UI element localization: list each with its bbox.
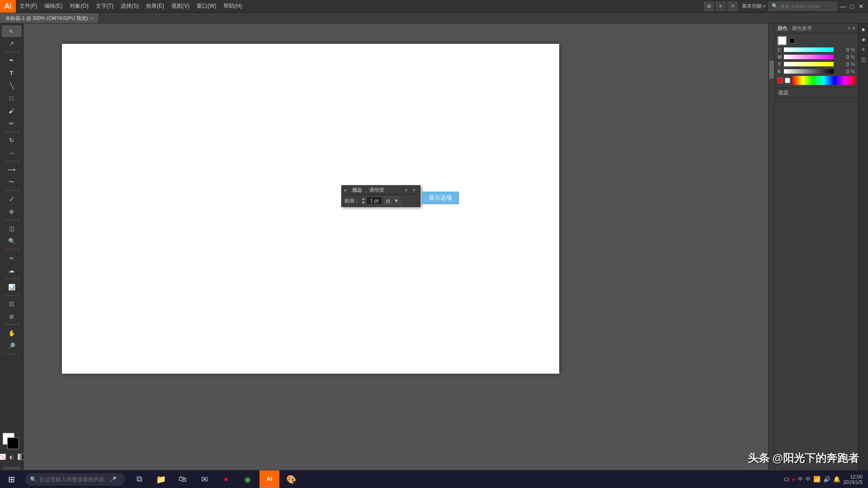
tray-network[interactable]: 📶 xyxy=(813,476,821,483)
taskbar-illustrator[interactable]: Ai xyxy=(259,470,279,488)
tray-volume[interactable]: 🔊 xyxy=(823,476,830,483)
free-transform-tool[interactable]: ⤢ xyxy=(2,193,22,205)
none-swatch[interactable] xyxy=(0,454,6,460)
unit-label: pt xyxy=(386,198,390,203)
menu-select[interactable]: 选择(S) xyxy=(117,0,142,12)
menu-view[interactable]: 视图(V) xyxy=(168,0,193,12)
color-panel-close[interactable]: ✕ xyxy=(852,26,855,31)
share-icon[interactable]: ⇗ xyxy=(727,2,737,11)
k-label: K xyxy=(778,69,782,74)
tray-app1[interactable]: ● xyxy=(792,476,795,483)
y-slider-row: Y 0 % xyxy=(778,61,855,67)
taskbar-search-input[interactable] xyxy=(39,476,107,483)
panel-close-icon[interactable]: ✕ xyxy=(411,187,417,193)
toolbar-icons: ⊞ ≡ ⇗ xyxy=(704,2,737,11)
paintbrush-tool[interactable]: 🖌 xyxy=(2,105,22,117)
rect-tool[interactable]: □ xyxy=(2,92,22,104)
document-tab[interactable]: 未标题-1 @ 300% (CMYK/GPU 预览) × xyxy=(0,13,99,23)
pencil-tool[interactable]: ✏ xyxy=(2,117,22,129)
rotate-tool[interactable]: ↻ xyxy=(2,134,22,146)
menu-text[interactable]: 文字(T) xyxy=(92,0,117,12)
close-button[interactable]: ✕ xyxy=(858,3,864,9)
transparency-icon[interactable]: ◫ xyxy=(859,55,868,63)
menu-edit[interactable]: 编辑(E) xyxy=(41,0,66,12)
weight-down-arrow[interactable]: ▼ xyxy=(361,201,366,204)
panel-menu-icon[interactable]: ≡ xyxy=(403,187,410,193)
artboard-tool[interactable]: ⊡ xyxy=(2,298,22,310)
menu-effect[interactable]: 效果(E) xyxy=(142,0,168,12)
vertical-scrollbar[interactable] xyxy=(768,23,774,477)
color-spectrum[interactable] xyxy=(792,76,855,85)
menu-window[interactable]: 窗口(W) xyxy=(193,0,220,12)
menu-object[interactable]: 对象(O) xyxy=(66,0,92,12)
direct-selection-tool[interactable]: ↗ xyxy=(2,38,22,49)
zoom-tool[interactable]: 🔎 xyxy=(2,340,22,352)
taskbar-mail[interactable]: ✉ xyxy=(194,470,214,488)
c-slider[interactable] xyxy=(784,47,834,52)
minimize-button[interactable]: — xyxy=(840,3,846,9)
start-button[interactable]: ⊞ xyxy=(0,470,23,488)
m-slider[interactable] xyxy=(784,55,834,59)
workspace-label[interactable]: 基本功能 » xyxy=(742,3,766,9)
symbol-sprayer-tool[interactable]: ☁ xyxy=(2,264,22,276)
restore-button[interactable]: □ xyxy=(849,3,855,9)
stroke-tab[interactable]: 描边 xyxy=(350,186,364,194)
tray-lang[interactable]: 中 xyxy=(798,476,803,483)
gradient-tool[interactable]: ◫ xyxy=(2,222,22,234)
layers-tab[interactable]: 图层 xyxy=(778,89,788,96)
tab-close-button[interactable]: × xyxy=(90,16,93,21)
warp-tool[interactable]: 〜 xyxy=(2,176,22,188)
color-mode-btn[interactable]: ◐ xyxy=(9,454,15,460)
eyedropper-tool[interactable]: 🔍 xyxy=(2,235,22,247)
line-tool[interactable]: ╲ xyxy=(2,80,22,91)
color-preview-white[interactable] xyxy=(778,36,787,45)
color-swatches: ◐ xyxy=(0,433,24,460)
tray-lang2[interactable]: 中 xyxy=(806,476,811,483)
stroke-panel-collapse[interactable]: ▸ xyxy=(344,188,347,192)
transparency-tab[interactable]: 透明度 xyxy=(368,186,386,194)
color-panel-menu[interactable]: ≡ xyxy=(848,26,850,31)
y-slider[interactable] xyxy=(784,62,834,66)
weight-value-input[interactable] xyxy=(366,197,382,205)
dropdown-arrow: ▼ xyxy=(394,198,399,203)
selection-tool[interactable]: ↖ xyxy=(2,25,22,37)
tray-notification[interactable]: 🔔 xyxy=(833,476,840,483)
slice-tool[interactable]: ⊘ xyxy=(2,310,22,322)
taskbar-explorer[interactable]: 📁 xyxy=(151,470,171,488)
color-panel-tab[interactable]: 颜色 xyxy=(778,25,788,32)
color-ref-panel-tab[interactable]: 颜色参考 xyxy=(792,25,812,32)
column-graph-tool[interactable]: 📊 xyxy=(2,281,22,293)
taskbar-browser[interactable]: ◉ xyxy=(238,470,258,488)
pen-tool[interactable]: ✒ xyxy=(2,54,22,66)
shape-builder-tool[interactable]: ⊕ xyxy=(2,206,22,217)
hand-tool[interactable]: ✋ xyxy=(2,327,22,339)
show-options-button[interactable]: 显示选项 xyxy=(422,192,459,204)
width-tool[interactable]: ⟿ xyxy=(2,164,22,175)
weight-unit-dropdown[interactable]: pt ▼ xyxy=(384,197,401,205)
taskbar-search[interactable]: 🔍 🎤 xyxy=(25,473,125,486)
layers-icon[interactable]: ≡ xyxy=(859,45,868,53)
title-right-area: 基本功能 » 🔍 — □ ✕ xyxy=(742,2,864,11)
tray-ci[interactable]: CI xyxy=(784,477,789,482)
menu-file[interactable]: 文件(F) xyxy=(16,0,41,12)
type-tool[interactable]: T xyxy=(2,67,22,79)
white-swatch[interactable] xyxy=(785,78,790,83)
taskbar-paint[interactable]: 🎨 xyxy=(281,470,301,488)
arrange-icon[interactable]: ⊞ xyxy=(704,2,714,11)
mic-icon[interactable]: 🎤 xyxy=(110,476,117,483)
taskbar-store[interactable]: 🛍 xyxy=(173,470,193,488)
system-clock[interactable]: 12:00 2019/1/5 xyxy=(843,474,863,485)
stroke-swatch[interactable] xyxy=(7,437,19,449)
stock-search-input[interactable] xyxy=(780,4,834,9)
menu-help[interactable]: 帮助(H) xyxy=(220,0,245,12)
taskbar-task-view[interactable]: ⧉ xyxy=(129,470,149,488)
taskbar-app-red[interactable]: ● xyxy=(216,470,236,488)
mirror-tool[interactable]: ↔ xyxy=(2,147,22,159)
weight-up-arrow[interactable]: ▲ xyxy=(361,197,366,201)
layers-icon[interactable]: ≡ xyxy=(716,2,726,11)
color-icon[interactable]: ■ xyxy=(859,25,868,33)
blend-tool[interactable]: ∞ xyxy=(2,252,22,263)
gradient-icon[interactable]: ◈ xyxy=(859,35,868,43)
gradient-swatch[interactable] xyxy=(18,454,24,460)
k-slider[interactable] xyxy=(784,69,834,74)
